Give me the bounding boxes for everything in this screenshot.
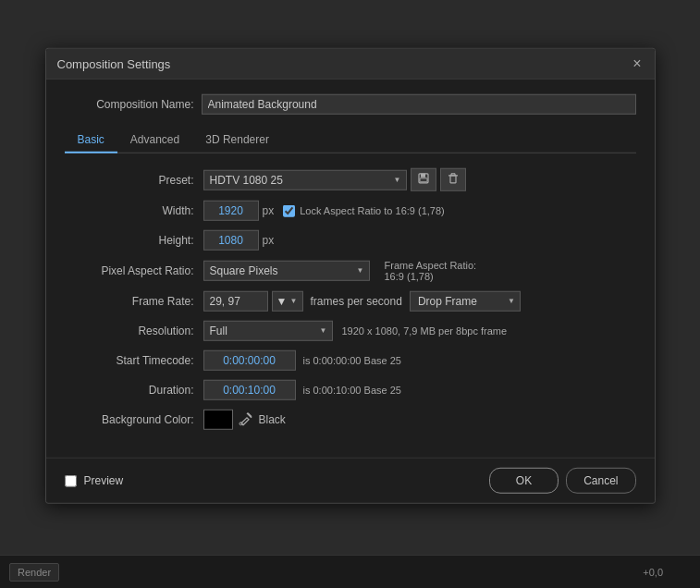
resolution-label: Resolution: <box>65 325 194 337</box>
tab-basic[interactable]: Basic <box>65 128 117 153</box>
ok-button[interactable]: OK <box>489 468 559 494</box>
resolution-select[interactable]: Full <box>203 321 333 341</box>
duration-input[interactable] <box>203 380 296 400</box>
preview-checkbox[interactable] <box>65 474 77 486</box>
start-timecode-input[interactable] <box>203 350 296 371</box>
duration-row: Duration: is 0:00:10:00 Base 25 <box>65 380 636 400</box>
dialog-footer: Preview OK Cancel <box>46 458 655 503</box>
lock-aspect-row: Lock Aspect Ratio to 16:9 (1,78) <box>283 204 445 216</box>
frame-rate-row: Frame Rate: ▼ frames per second Drop Fra… <box>65 291 636 312</box>
trash-icon <box>447 172 460 185</box>
preset-select[interactable]: HDTV 1080 25 <box>203 169 407 190</box>
svg-point-9 <box>239 422 242 424</box>
width-input[interactable] <box>203 201 259 221</box>
height-row: Height: px <box>65 230 636 251</box>
dialog-titlebar: Composition Settings × <box>46 49 655 80</box>
footer-buttons: OK Cancel <box>489 468 636 494</box>
footer-left: Preview <box>65 474 124 487</box>
height-label: Height: <box>65 234 194 247</box>
bg-color-swatch[interactable] <box>203 410 233 430</box>
dialog-title: Composition Settings <box>57 56 171 70</box>
duration-info: is 0:00:10:00 Base 25 <box>303 385 401 396</box>
start-timecode-info: is 0:00:00:00 Base 25 <box>303 355 401 366</box>
fps-label: frames per second <box>311 295 402 308</box>
tab-advanced[interactable]: Advanced <box>117 128 192 153</box>
save-icon <box>417 172 430 185</box>
svg-rect-2 <box>420 178 427 182</box>
start-timecode-row: Start Timecode: is 0:00:00:00 Base 25 <box>65 350 636 371</box>
width-row: Width: px Lock Aspect Ratio to 16:9 (1,7… <box>65 201 636 221</box>
svg-rect-3 <box>450 176 456 183</box>
close-button[interactable]: × <box>631 56 643 71</box>
frame-aspect-label: Frame Aspect Ratio: <box>385 260 477 271</box>
cancel-button[interactable]: Cancel <box>566 468 635 494</box>
pixel-aspect-row: Pixel Aspect Ratio: Square Pixels Frame … <box>65 260 636 282</box>
resolution-info: 1920 x 1080, 7,9 MB per 8bpc frame <box>342 325 508 337</box>
lock-aspect-checkbox[interactable] <box>283 204 295 216</box>
drop-frame-select[interactable]: Drop Frame <box>410 291 521 312</box>
comp-name-row: Composition Name: <box>65 94 636 115</box>
height-unit: px <box>263 234 275 247</box>
width-label: Width: <box>65 204 194 217</box>
height-input[interactable] <box>203 230 259 251</box>
preview-label: Preview <box>84 474 124 487</box>
tab-3d-renderer[interactable]: 3D Renderer <box>192 128 282 153</box>
duration-label: Duration: <box>65 384 194 397</box>
width-unit: px <box>263 204 275 217</box>
pixel-aspect-label: Pixel Aspect Ratio: <box>65 264 194 277</box>
comp-name-label: Composition Name: <box>65 98 194 111</box>
svg-rect-1 <box>421 174 425 178</box>
eyedropper-icon <box>239 410 253 425</box>
preset-label: Preset: <box>65 173 194 186</box>
render-label[interactable]: Render <box>9 563 59 582</box>
start-timecode-label: Start Timecode: <box>65 354 194 367</box>
preset-delete-button[interactable] <box>440 168 466 191</box>
preset-save-button[interactable] <box>411 168 436 191</box>
tabs-bar: Basic Advanced 3D Renderer <box>65 128 636 153</box>
comp-name-input[interactable] <box>202 94 636 115</box>
resolution-row: Resolution: Full 1920 x 1080, 7,9 MB per… <box>65 321 636 341</box>
frame-rate-stepper[interactable]: ▼ <box>272 291 303 312</box>
pixel-aspect-select[interactable]: Square Pixels <box>203 261 370 281</box>
bottom-bar: Render +0,0 <box>0 555 700 588</box>
preset-row: Preset: HDTV 1080 25 <box>65 168 636 191</box>
bg-color-label: Background Color: <box>65 413 194 426</box>
bg-color-row: Background Color: Black <box>65 410 636 430</box>
lock-aspect-label: Lock Aspect Ratio to 16:9 (1,78) <box>300 205 445 216</box>
frame-rate-label: Frame Rate: <box>65 295 194 308</box>
eyedropper-button[interactable] <box>239 410 253 428</box>
offset-value: +0,0 <box>643 567 663 578</box>
frame-aspect-info: Frame Aspect Ratio: 16:9 (1,78) <box>385 260 477 282</box>
frame-aspect-value: 16:9 (1,78) <box>385 271 434 282</box>
frame-rate-input[interactable] <box>203 291 268 312</box>
bg-color-name: Black <box>259 413 286 426</box>
